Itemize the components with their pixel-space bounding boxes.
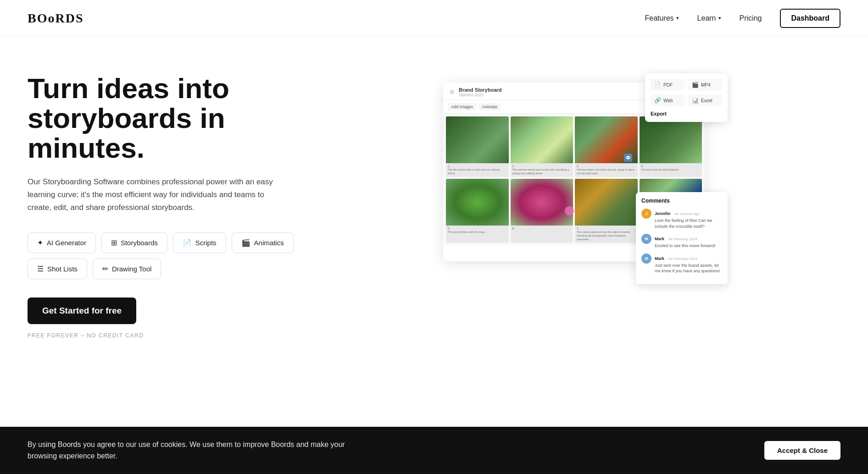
table-row: 7 The camera pans across the cabin's int… bbox=[575, 179, 638, 243]
table-row: 3 The boy stops and looks around, trying… bbox=[575, 116, 638, 177]
list-item: M Mark 04 February 2024 Excited to see t… bbox=[641, 234, 722, 249]
hero-section: Turn ideas into storyboards in minutes. … bbox=[0, 37, 868, 366]
list-item: J Jennifer 40 minutes ago Love the feeli… bbox=[641, 209, 722, 229]
web-icon: 🔗 bbox=[654, 97, 661, 104]
pill-storyboards[interactable]: ⊞ Storyboards bbox=[101, 232, 167, 253]
table-row: 6 bbox=[511, 179, 573, 243]
export-label: Export bbox=[651, 111, 722, 116]
avatar: J bbox=[641, 209, 651, 219]
nav-features[interactable]: Features ▾ bbox=[645, 14, 679, 22]
export-web[interactable]: 🔗 Web bbox=[651, 94, 684, 106]
frame-image bbox=[446, 116, 509, 163]
export-panel: 📄 PDF 🎬 MP4 🔗 Web 📊 Excel bbox=[645, 73, 728, 122]
nav-pricing[interactable]: Pricing bbox=[740, 14, 762, 22]
avatar: M bbox=[641, 234, 651, 244]
list-icon: ☰ bbox=[37, 265, 44, 273]
export-pdf[interactable]: 📄 PDF bbox=[651, 79, 684, 91]
comments-title: Comments bbox=[641, 198, 722, 204]
toolbar-add-images[interactable]: Add Images bbox=[448, 103, 476, 110]
hero-description: Our Storyboarding Software combines prof… bbox=[28, 176, 284, 214]
decorative-dot bbox=[565, 206, 574, 215]
table-row: 2 The camera slowly pans to the left, re… bbox=[511, 116, 573, 177]
nav-learn[interactable]: Learn ▾ bbox=[697, 14, 721, 22]
pill-animatics[interactable]: 🎬 Animatics bbox=[232, 232, 294, 253]
cta-subtitle: FREE FOREVER – NO CREDIT CARD bbox=[28, 332, 312, 339]
avatar: M bbox=[641, 254, 651, 264]
table-row: 1 The film opens with a wide shot of a d… bbox=[446, 116, 509, 177]
frame-image bbox=[511, 116, 573, 163]
export-excel[interactable]: 📊 Excel bbox=[688, 94, 722, 106]
pill-ai-generator[interactable]: ✦ AI Generator bbox=[28, 232, 96, 253]
chevron-down-icon: ▾ bbox=[718, 15, 721, 21]
pill-shot-lists[interactable]: ☰ Shot Lists bbox=[28, 259, 87, 279]
mockup-header-info: Brand Storyboard Starters 2023 bbox=[459, 87, 502, 97]
table-row: 4 The boy finds an old backpack. bbox=[640, 116, 702, 177]
pill-scripts[interactable]: 📄 Scripts bbox=[173, 232, 226, 253]
pencil-icon: ✏ bbox=[102, 265, 108, 273]
storyboard-icon: ⊞ bbox=[111, 238, 117, 247]
hero-left: Turn ideas into storyboards in minutes. … bbox=[28, 73, 312, 339]
feature-pills: ✦ AI Generator ⊞ Storyboards 📄 Scripts 🎬… bbox=[28, 232, 312, 279]
toolbar-animate[interactable]: Animate bbox=[479, 103, 501, 110]
animatics-icon: 🎬 bbox=[241, 238, 250, 247]
dashboard-button[interactable]: Dashboard bbox=[780, 9, 840, 28]
mockup-container: Brand Storyboard Starters 2023 Add Image… bbox=[443, 73, 728, 284]
excel-icon: 📊 bbox=[692, 97, 699, 104]
frame-image bbox=[511, 179, 573, 226]
pdf-icon: 📄 bbox=[654, 82, 661, 88]
mp4-icon: 🎬 bbox=[692, 82, 699, 88]
logo[interactable]: BOoRDS bbox=[28, 11, 83, 26]
navbar: BOoRDS Features ▾ Learn ▾ Pricing Dashbo… bbox=[0, 0, 868, 37]
export-mp4[interactable]: 🎬 MP4 bbox=[688, 79, 722, 91]
table-row: 5 The boy fumbles with the map. bbox=[446, 179, 509, 243]
chevron-down-icon: ▾ bbox=[676, 15, 679, 21]
frame-image bbox=[575, 179, 638, 226]
export-options: 📄 PDF 🎬 MP4 🔗 Web 📊 Excel bbox=[651, 79, 722, 106]
get-started-button[interactable]: Get Started for free bbox=[28, 298, 136, 324]
list-item: M Mark 04 February 2024 Just sent over t… bbox=[641, 254, 722, 274]
ai-icon: ✦ bbox=[37, 238, 43, 247]
script-icon: 📄 bbox=[183, 238, 192, 247]
nav-links: Features ▾ Learn ▾ Pricing Dashboard bbox=[645, 9, 840, 28]
frame-image bbox=[446, 179, 509, 226]
comment-badge-icon: 💬 bbox=[624, 154, 632, 162]
window-dot bbox=[450, 90, 454, 94]
hero-mockup: Brand Storyboard Starters 2023 Add Image… bbox=[330, 73, 840, 284]
frame-image bbox=[640, 116, 702, 163]
cta-area: Get Started for free FREE FOREVER – NO C… bbox=[28, 298, 312, 339]
pill-drawing-tool[interactable]: ✏ Drawing Tool bbox=[93, 259, 161, 279]
hero-title: Turn ideas into storyboards in minutes. bbox=[28, 73, 312, 163]
comments-panel: Comments J Jennifer 40 minutes ago Love … bbox=[636, 192, 728, 284]
